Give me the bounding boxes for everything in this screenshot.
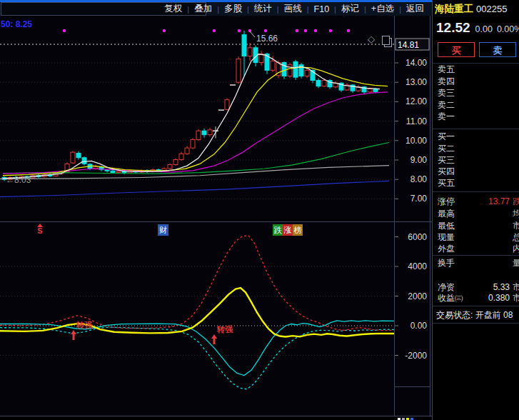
high-pointer-line bbox=[250, 31, 255, 37]
sell-level-4[interactable]: 卖四 bbox=[433, 76, 519, 87]
panel-divider bbox=[433, 191, 519, 192]
signal-s-marker-icon[interactable]: S bbox=[35, 224, 45, 236]
sell-button[interactable]: 卖 bbox=[479, 42, 516, 57]
toolbar-menu: 复权|叠加|多股|统计|画线|F10|标记|+自选|返回 bbox=[159, 2, 429, 16]
ma-value-label: 50: 8.25 bbox=[1, 19, 32, 29]
ma-lines bbox=[0, 54, 389, 197]
toolbar-item-6[interactable]: F10 bbox=[309, 4, 335, 14]
quote-panel: 海陆重工002255 12.520.000.00% 买 卖 卖五卖四卖三卖二卖一… bbox=[432, 0, 519, 420]
info-row-7-value: 5.33 bbox=[493, 281, 510, 293]
sell-level-1-label: 卖一 bbox=[438, 111, 455, 122]
info-row-8-label: 收益㈢ bbox=[438, 292, 463, 304]
info-row-1-value: 13.77 bbox=[488, 196, 510, 207]
buy-level-5[interactable]: 买五 bbox=[433, 177, 519, 189]
sell-level-4-label: 卖四 bbox=[438, 76, 455, 87]
info-row-6[interactable]: 换手量 bbox=[433, 257, 519, 269]
ma-blue bbox=[0, 181, 389, 196]
info-row-7[interactable]: 净资5.33市 bbox=[433, 281, 519, 293]
toolbar-item-8[interactable]: +自选 bbox=[366, 3, 399, 15]
buy-button[interactable]: 买 bbox=[438, 42, 475, 57]
osc-cyan-dashed bbox=[0, 327, 395, 389]
buy-level-5-label: 买五 bbox=[438, 177, 455, 189]
sell-level-3[interactable]: 卖三 bbox=[433, 87, 519, 99]
sell-level-3-label: 卖三 bbox=[438, 87, 455, 99]
info-row-4-label: 现量 bbox=[438, 231, 455, 243]
info-row-5[interactable]: 外盘内 bbox=[433, 243, 519, 254]
info-row-8[interactable]: 收益㈢0.380市 bbox=[433, 292, 519, 304]
app-window: 复权|叠加|多股|统计|画线|F10|标记|+自选|返回 15.66←8.035… bbox=[0, 0, 519, 420]
kline-chart[interactable]: 15.66←8.0350: 8.2514.0013.0012.0011.0010… bbox=[0, 16, 432, 416]
chart-frame bbox=[0, 16, 432, 416]
sell-level-2-label: 卖二 bbox=[438, 99, 455, 111]
buy-level-2[interactable]: 买二 bbox=[433, 143, 519, 154]
toolbar: 复权|叠加|多股|统计|画线|F10|标记|+自选|返回 bbox=[0, 0, 432, 16]
info-row-6-label: 换手 bbox=[438, 257, 455, 269]
info-row-3-label: 最低 bbox=[438, 220, 455, 231]
indicator-lines bbox=[0, 236, 395, 389]
buy-level-3-label: 买三 bbox=[438, 154, 455, 166]
osc-red-dashed bbox=[0, 236, 395, 331]
sell-level-5-label: 卖五 bbox=[438, 64, 455, 75]
s-marker-label: S bbox=[35, 227, 45, 235]
sell-level-5[interactable]: 卖五 bbox=[433, 64, 519, 75]
svg-text:8.00: 8.00 bbox=[410, 174, 428, 184]
toolbar-item-1[interactable]: 复权 bbox=[159, 3, 187, 15]
chart-canvas[interactable]: 15.66←8.0350: 8.2514.0013.0012.0011.0010… bbox=[0, 16, 432, 416]
info-row-2-clipped-next-column: 均 bbox=[513, 208, 519, 219]
buy-level-3[interactable]: 买三 bbox=[433, 154, 519, 166]
sell-level-1[interactable]: 卖一 bbox=[433, 111, 519, 122]
lower-gridlines bbox=[0, 266, 394, 356]
toolbar-item-4[interactable]: 统计 bbox=[249, 3, 277, 15]
stock-code: 002255 bbox=[476, 4, 507, 14]
info-row-7-label: 净资 bbox=[438, 281, 455, 293]
panel-divider bbox=[433, 63, 519, 64]
buy-level-2-label: 买二 bbox=[438, 143, 455, 154]
svg-text:13.00: 13.00 bbox=[405, 77, 427, 87]
info-row-6-clipped-next-column: 量 bbox=[513, 257, 519, 269]
price-row: 12.520.000.00% bbox=[436, 20, 519, 36]
stock-name: 海陆重工 bbox=[435, 4, 473, 14]
svg-text:7.00: 7.00 bbox=[410, 194, 428, 204]
finance-badge[interactable]: 财 bbox=[158, 224, 168, 236]
info-row-3-clipped-next-column: 市 bbox=[513, 220, 519, 231]
info-row-5-label: 外盘 bbox=[438, 243, 455, 254]
buy-level-1[interactable]: 买一 bbox=[433, 131, 519, 142]
lower-axis: 6000400020000.00-2000 bbox=[395, 232, 427, 361]
turn-strong-signal: 转强 bbox=[211, 325, 233, 344]
toolbar-item-7[interactable]: 标记 bbox=[336, 3, 364, 15]
svg-text:2000: 2000 bbox=[408, 291, 427, 301]
toolbar-item-3[interactable]: 多股 bbox=[219, 3, 247, 15]
svg-text:10.00: 10.00 bbox=[405, 136, 427, 146]
buy-level-1-label: 买一 bbox=[438, 131, 455, 142]
buy-level-4-label: 买四 bbox=[438, 166, 455, 177]
toolbar-item-2[interactable]: 叠加 bbox=[189, 3, 217, 15]
info-row-4-clipped-next-column: 总 bbox=[513, 231, 519, 243]
info-row-2[interactable]: 最高均 bbox=[433, 208, 519, 219]
trading-status: 交易状态: 开盘前 08 bbox=[436, 309, 519, 321]
buy-level-4[interactable]: 买四 bbox=[433, 166, 519, 177]
info-row-5-clipped-next-column: 内 bbox=[513, 243, 519, 254]
info-row-7-clipped-next-column: 市 bbox=[513, 281, 519, 293]
sell-level-2[interactable]: 卖二 bbox=[433, 99, 519, 111]
svg-text:0.00: 0.00 bbox=[410, 321, 428, 331]
svg-text:14.00: 14.00 bbox=[405, 58, 427, 68]
board-badge-char: 榜 bbox=[293, 224, 303, 236]
info-row-1-clipped-next-column: 跌 bbox=[513, 196, 519, 207]
ma-magenta bbox=[3, 92, 388, 174]
svg-text:12.00: 12.00 bbox=[405, 96, 427, 106]
toolbar-item-9[interactable]: 返回 bbox=[401, 3, 429, 15]
panel-divider bbox=[433, 129, 519, 129]
diamond-marker-icon[interactable]: ◇ bbox=[368, 34, 375, 44]
info-row-8-clipped-next-column: 市 bbox=[513, 292, 519, 304]
info-row-3[interactable]: 最低市 bbox=[433, 220, 519, 231]
toolbar-item-5[interactable]: 画线 bbox=[279, 3, 307, 15]
svg-text:11.00: 11.00 bbox=[406, 116, 427, 126]
info-row-1-label: 涨停 bbox=[438, 196, 455, 207]
upper-axis: 14.0013.0012.0011.0010.009.008.007.0014.… bbox=[395, 39, 429, 204]
info-row-1[interactable]: 涨停13.77跌 bbox=[433, 196, 519, 207]
copy-page-icon[interactable] bbox=[384, 38, 392, 47]
marker-price-label: 14.81 bbox=[398, 40, 419, 50]
info-row-4[interactable]: 现量总 bbox=[433, 231, 519, 243]
rank-board-badge[interactable]: 跌涨榜 bbox=[273, 224, 303, 236]
info-row-8-value: 0.380 bbox=[488, 292, 510, 304]
